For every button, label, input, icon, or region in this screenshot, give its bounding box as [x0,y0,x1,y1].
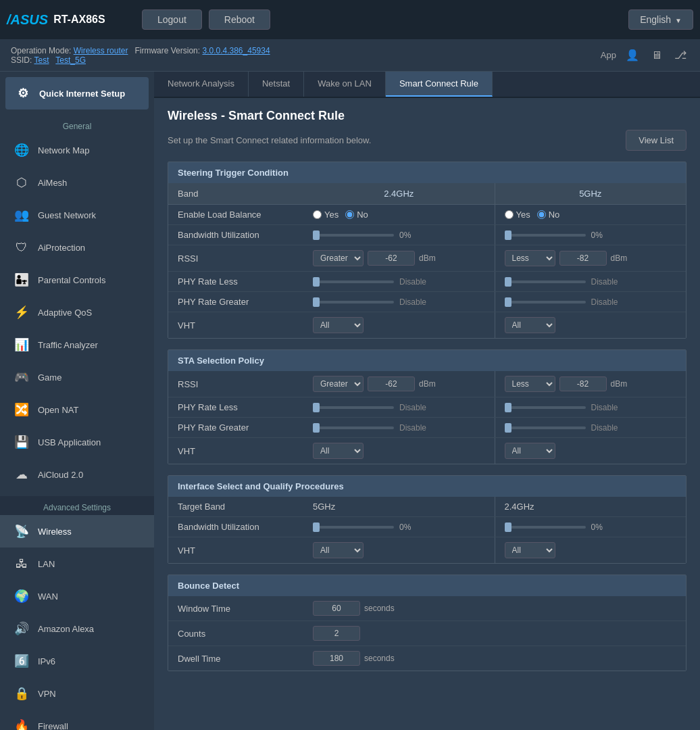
steering-rssi-24-condition-select[interactable]: Greater Less [313,250,364,266]
window-time-input[interactable] [313,601,360,616]
shield-icon [12,238,31,257]
person-icon[interactable]: 👤 [623,46,642,64]
language-button[interactable]: English [628,9,693,30]
yes-text: Yes [324,210,339,220]
bounce-window-time-row: Window Time seconds [168,596,686,621]
ssid-24-link[interactable]: Test [34,55,49,65]
operation-mode-link[interactable]: Wireless router [74,46,128,55]
tab-network-analysis[interactable]: Network Analysis [154,72,249,97]
quick-internet-setup-button[interactable]: ⚙ Quick Internet Setup [5,77,149,110]
steering-section-body: Band 2.4GHz 5GHz Enable Load Balance [168,183,686,338]
bounce-section: Bounce Detect Window Time seconds [168,575,686,671]
interface-bw-col2-slider[interactable] [505,526,586,529]
reboot-button[interactable]: Reboot [209,9,270,30]
sidebar-item-network-map[interactable]: Network Map [0,134,154,166]
sta-rssi-5-value-input[interactable] [559,376,607,391]
interface-bw-col1-value: 0% [399,522,420,532]
steering-rssi-24-value-input[interactable] [368,251,415,266]
steering-phy-less-24-slider[interactable] [313,281,394,283]
wireless-icon [12,522,31,541]
counts-input[interactable] [313,626,360,641]
steering-vht-24-select[interactable]: All 11b/g/n 11ac [313,317,364,333]
dwell-time-input[interactable] [313,651,360,666]
content-area: Network Analysis Netstat Wake on LAN Sma… [154,72,700,730]
sta-phy-less-5-cell: Disable [495,397,686,418]
sta-vht-24-select[interactable]: All 11b/g/n 11ac [313,443,364,459]
sidebar-item-aimesh[interactable]: AiMesh [0,166,154,199]
sidebar-item-traffic-analyzer[interactable]: Traffic Analyzer [0,328,154,361]
steering-vht-5-select[interactable]: All 11b/g/n 11ac [505,317,555,333]
interface-bw-col1-cell: 0% [303,517,495,537]
tab-smart-connect-rule[interactable]: Smart Connect Rule [386,72,493,97]
phy-less-24-cell: Disable [303,272,495,292]
ssid-5-link[interactable]: Test_5G [55,55,86,65]
sidebar-item-lan[interactable]: LAN [0,548,154,580]
sta-phy-less-24-slider[interactable] [313,406,394,409]
load-balance-5-yes-label[interactable]: Yes [505,210,530,220]
load-balance-24-yes-label[interactable]: Yes [313,210,339,220]
sidebar-item-guest-network[interactable]: Guest Network [0,199,154,231]
steering-bw-5-slider[interactable] [505,234,586,237]
ssid-label: SSID: [11,55,32,65]
view-list-button[interactable]: View List [626,130,686,151]
ipv6-icon [12,652,31,671]
firmware-link[interactable]: 3.0.0.4.386_45934 [202,46,270,55]
sidebar-item-ipv6[interactable]: IPv6 [0,645,154,677]
logout-button[interactable]: Logout [142,9,202,30]
sidebar-item-parental-controls[interactable]: Parental Controls [0,264,154,296]
steering-section: Steering Trigger Condition Band 2.4GHz 5… [168,162,686,339]
interface-bw-col1-slider[interactable] [313,526,394,529]
sidebar-item-vpn[interactable]: VPN [0,677,154,710]
steering-bw-24-slider[interactable] [313,234,394,237]
sidebar-item-open-nat[interactable]: Open NAT [0,393,154,426]
steering-phy-less-row: PHY Rate Less Disable [168,272,686,292]
aicloud-label: AiCloud 2.0 [38,470,83,480]
ipv6-label: IPv6 [38,656,55,666]
sta-phy-less-5-slider[interactable] [505,406,586,409]
sta-rssi-24-condition-select[interactable]: Greater Less [313,376,364,392]
steering-rssi-5-value-input[interactable] [559,251,607,266]
rssi-5-group: Less Greater dBm [505,250,677,266]
tab-smart-connect-rule-label: Smart Connect Rule [399,78,478,89]
sidebar-item-firewall[interactable]: Firewall [0,710,154,730]
load-balance-5-no-label[interactable]: No [537,210,560,220]
sidebar-item-wireless[interactable]: Wireless [0,515,154,548]
steering-rssi-5-condition-select[interactable]: Less Greater [505,250,555,266]
interface-target-band-col1-value: 5GHz [313,502,335,512]
load-balance-5-no-radio[interactable] [537,210,546,219]
tab-netstat[interactable]: Netstat [249,72,304,97]
interface-section-header: Interface Select and Qualify Procedures [168,476,686,497]
tab-wake-on-lan[interactable]: Wake on LAN [304,72,386,97]
steering-phy-less-5-slider[interactable] [505,281,586,283]
interface-vht-col1-select[interactable]: All 11b/g/n 11ac [313,542,364,558]
load-balance-24-no-radio[interactable] [345,210,354,219]
sta-rssi-24-value-input[interactable] [368,376,415,391]
sidebar-item-wan[interactable]: WAN [0,580,154,612]
usb-icon[interactable]: ⎇ [672,46,689,64]
monitor-icon[interactable]: 🖥 [649,47,665,64]
steering-phy-greater-24-slider[interactable] [313,301,394,303]
steering-section-header: Steering Trigger Condition [168,162,686,183]
load-balance-24-yes-radio[interactable] [313,210,322,219]
interface-target-band-col2-cell: 2.4GHz [495,497,686,517]
sidebar-item-usb-application[interactable]: USB Application [0,426,154,458]
bounce-section-body: Window Time seconds Counts [168,596,686,671]
sidebar-item-amazon-alexa[interactable]: Amazon Alexa [0,612,154,645]
steering-phy-greater-5-slider[interactable] [505,301,586,303]
sidebar-item-adaptive-qos[interactable]: Adaptive QoS [0,296,154,328]
open-nat-label: Open NAT [38,405,78,415]
sidebar-item-aicloud[interactable]: AiCloud 2.0 [0,458,154,491]
sidebar-item-game[interactable]: Game [0,361,154,393]
wan-label: WAN [38,591,58,602]
sidebar-item-aiprotection[interactable]: AiProtection [0,231,154,264]
sta-vht-5-select[interactable]: All 11b/g/n 11ac [505,443,555,459]
sta-rssi-label: RSSI [168,371,303,397]
load-balance-5-yes-radio[interactable] [505,210,514,219]
load-balance-24-no-label[interactable]: No [345,210,368,220]
interface-vht-col2-select[interactable]: All 11b/g/n 11ac [505,542,555,558]
sta-phy-greater-24-slider[interactable] [313,427,394,429]
sta-phy-greater-5-slider[interactable] [505,427,586,429]
phy-greater-label: PHY Rate Greater [168,292,303,312]
sta-rssi-5-condition-select[interactable]: Less Greater [505,376,555,392]
steering-phy-greater-row: PHY Rate Greater Disable [168,292,686,312]
